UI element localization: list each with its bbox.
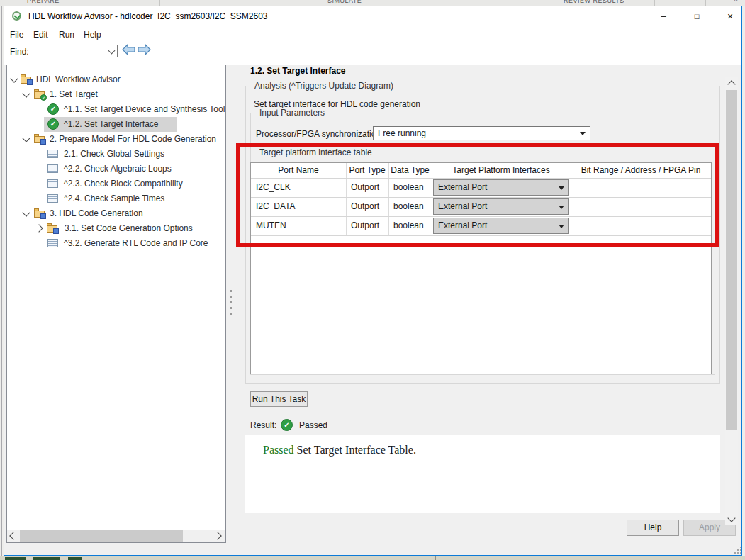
scroll-right-icon[interactable] <box>213 532 221 539</box>
tree-item-set-code-generation-options[interactable]: 3.1. Set Code Generation Options <box>7 221 225 236</box>
scrollbar-thumb[interactable] <box>726 90 737 430</box>
expander-down-icon[interactable] <box>22 208 30 216</box>
workflow-advisor-icon <box>12 11 21 21</box>
folder-icon <box>21 74 32 84</box>
workflow-tree: HDL Workflow Advisor ✓ 1. Set Target ✓ ^… <box>6 65 226 543</box>
cell-bit-range[interactable] <box>571 197 711 216</box>
folder-check-icon: ✓ <box>34 89 45 99</box>
resize-grip[interactable] <box>733 547 743 555</box>
scroll-up-icon[interactable] <box>727 80 735 88</box>
tree-item-label[interactable]: 2. Prepare Model For HDL Code Generation <box>50 132 216 147</box>
cell-data-type: boolean <box>388 178 432 197</box>
minimize-button[interactable]: – <box>651 9 676 24</box>
scrollbar-thumb[interactable] <box>20 530 183 542</box>
cell-port-type: Outport <box>346 197 388 216</box>
find-next-button[interactable] <box>138 44 152 57</box>
find-input[interactable] <box>29 46 108 57</box>
toolstrip-separator <box>449 0 449 6</box>
interface-dropdown[interactable]: External Port <box>433 198 569 215</box>
tree-item-label[interactable]: HDL Workflow Advisor <box>36 72 121 87</box>
tree-item-check-algebraic-loops[interactable]: ^2.2. Check Algebraic Loops <box>7 162 225 177</box>
scroll-down-icon[interactable] <box>727 514 735 522</box>
background-model-block <box>33 557 60 560</box>
tree-item-label[interactable]: 2.1. Check Global Settings <box>64 147 164 162</box>
cell-bit-range[interactable] <box>571 216 711 235</box>
maximize-button[interactable]: □ <box>685 9 709 24</box>
tree-item-check-global-settings[interactable]: 2.1. Check Global Settings <box>7 147 225 162</box>
check-circle-icon: ✓ <box>47 118 59 130</box>
expander-down-icon[interactable] <box>22 89 30 97</box>
background-divider <box>435 556 436 560</box>
input-parameters-label: Input Parameters <box>257 108 327 118</box>
passed-check-icon: ✓ <box>281 419 293 431</box>
chevron-down-icon[interactable] <box>108 47 116 55</box>
background-model-block <box>5 557 26 560</box>
check-circle-icon: ✓ <box>47 103 59 115</box>
splitter-handle[interactable] <box>230 313 232 315</box>
cell-data-type: boolean <box>388 216 432 235</box>
tree-item-label[interactable]: ^1.2. Set Target Interface <box>64 117 159 132</box>
find-combobox[interactable] <box>28 45 118 57</box>
panel-vertical-scrollbar[interactable] <box>725 77 738 525</box>
column-header-port-name: Port Name <box>251 163 346 178</box>
cell-port-name: I2C_CLK <box>251 178 346 197</box>
folder-icon <box>34 134 45 143</box>
tree-item-generate-rtl-code[interactable]: ^3.2. Generate RTL Code and IP Core <box>7 236 225 251</box>
help-button[interactable]: Help <box>627 520 679 536</box>
tree-item-label[interactable]: 3. HDL Code Generation <box>50 206 143 221</box>
analysis-group-label: Analysis (^Triggers Update Diagram) <box>252 81 396 91</box>
cell-bit-range[interactable] <box>571 178 711 197</box>
interface-dropdown[interactable]: External Port <box>433 218 569 234</box>
result-message: Passed Set Target Interface Table. <box>263 444 416 457</box>
splitter-handle[interactable] <box>230 307 232 309</box>
tree-item-label[interactable]: ^2.4. Check Sample Times <box>64 191 164 206</box>
tree-item-label[interactable]: ^2.3. Check Block Compatibility <box>64 177 183 191</box>
find-previous-button[interactable] <box>122 44 136 57</box>
grid-line <box>251 235 711 236</box>
tree-item-prepare-model[interactable]: 2. Prepare Model For HDL Code Generation <box>7 132 225 147</box>
tree-item-hdl-workflow-advisor[interactable]: HDL Workflow Advisor <box>7 72 225 87</box>
column-header-port-type: Port Type <box>346 163 388 178</box>
splitter-handle[interactable] <box>230 296 232 298</box>
tree-item-label[interactable]: ^1.1. Set Target Device and Synthesis To… <box>64 102 225 117</box>
tree-item-set-target[interactable]: ✓ 1. Set Target <box>7 87 225 102</box>
close-button[interactable]: × <box>718 9 742 24</box>
chevron-down-icon <box>559 225 564 228</box>
expander-down-icon[interactable] <box>10 74 18 82</box>
result-message-status: Passed <box>263 444 294 456</box>
tree-item-check-block-compatibility[interactable]: ^2.3. Check Block Compatibility <box>7 177 225 191</box>
expander-down-icon[interactable] <box>22 134 30 142</box>
tree-item-label[interactable]: 3.1. Set Code Generation Options <box>65 221 193 236</box>
menu-file[interactable]: File <box>10 30 23 40</box>
grid-line <box>432 163 432 235</box>
tree-horizontal-scrollbar[interactable] <box>7 530 225 542</box>
run-this-task-button[interactable]: Run This Task <box>250 391 308 407</box>
column-header-target-platform-interfaces: Target Platform Interfaces <box>432 163 571 178</box>
splitter-handle[interactable] <box>230 301 232 303</box>
tree-item-set-target-interface[interactable]: ✓ ^1.2. Set Target Interface <box>7 117 225 132</box>
report-icon <box>47 150 58 158</box>
toolstrip-separator <box>705 0 706 6</box>
menu-run[interactable]: Run <box>59 30 74 40</box>
scroll-left-icon[interactable] <box>9 532 17 539</box>
tree-item-check-sample-times[interactable]: ^2.4. Check Sample Times <box>7 191 225 206</box>
screen: PREPARE SIMULATE REVIEW RESULTS ^ HDL Wo… <box>0 0 745 560</box>
arrow-left-icon <box>122 44 135 55</box>
interface-dropdown[interactable]: External Port <box>433 179 569 196</box>
result-report-area: Passed Set Target Interface Table. <box>245 435 720 513</box>
background-model-block <box>68 557 82 560</box>
splitter-handle[interactable] <box>230 290 232 292</box>
expander-right-icon[interactable] <box>35 224 43 232</box>
tree-item-label[interactable]: ^3.2. Generate RTL Code and IP Core <box>64 236 208 251</box>
tree-item-hdl-code-generation[interactable]: 3. HDL Code Generation <box>7 206 225 221</box>
tree-item-set-target-device[interactable]: ✓ ^1.1. Set Target Device and Synthesis … <box>7 102 225 117</box>
tree-item-label[interactable]: ^2.2. Check Algebraic Loops <box>64 162 172 177</box>
menu-edit[interactable]: Edit <box>33 30 48 40</box>
target-platform-interface-table: Port Name Port Type Data Type Target Pla… <box>250 162 712 374</box>
menu-bar: File Edit Run Help <box>4 28 741 42</box>
cell-port-name: MUTEN <box>251 216 346 235</box>
cell-port-type: Outport <box>346 216 388 235</box>
tree-item-label[interactable]: 1. Set Target <box>50 87 98 102</box>
menu-help[interactable]: Help <box>84 30 101 40</box>
sync-dropdown[interactable]: Free running <box>373 126 590 140</box>
